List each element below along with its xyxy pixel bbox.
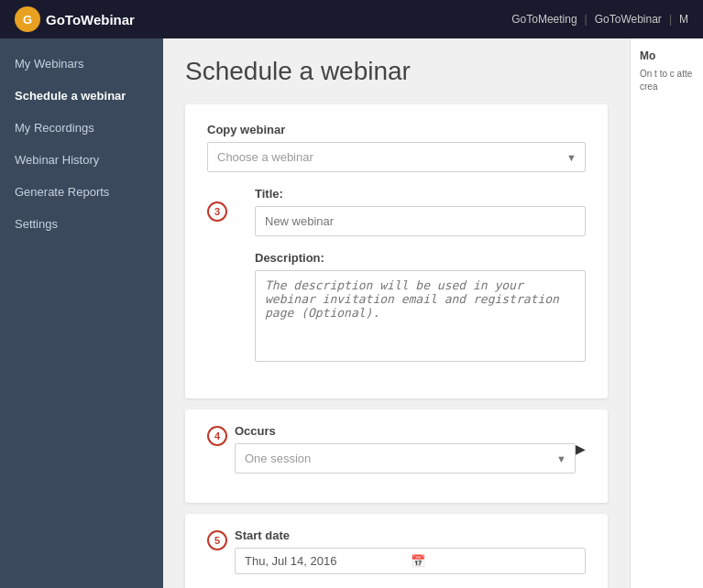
title-section: 3 Title: <box>255 187 586 236</box>
right-panel-text: On t to c atte crea <box>640 68 694 93</box>
nav-gotomeeting[interactable]: GoToMeeting <box>511 13 577 26</box>
badge-3: 3 <box>207 201 227 222</box>
logo-icon: G <box>15 6 40 32</box>
logo-goto: GoTo <box>46 12 81 27</box>
copy-webinar-label: Copy webinar <box>207 123 586 136</box>
page-title: Schedule a webinar <box>185 57 608 86</box>
sidebar-label-my-recordings: My Recordings <box>15 121 94 135</box>
title-input[interactable] <box>255 206 586 236</box>
occurs-select-wrapper: One session Recurring sessions ▼ <box>235 443 576 474</box>
sidebar-label-settings: Settings <box>15 217 58 231</box>
sidebar-label-schedule-webinar: Schedule a webinar <box>15 89 126 103</box>
sidebar-item-my-recordings[interactable]: My Recordings <box>0 112 163 144</box>
sidebar: My Webinars Schedule a webinar My Record… <box>0 38 163 588</box>
sidebar-item-generate-reports[interactable]: Generate Reports <box>0 176 163 208</box>
start-date-section-row: 5 Start date Thu, Jul 14, 2016 📅 <box>207 528 586 574</box>
start-date-card: 5 Start date Thu, Jul 14, 2016 📅 <box>185 514 608 588</box>
content-area: Schedule a webinar Copy webinar Choose a… <box>163 38 630 588</box>
title-label: Title: <box>255 187 586 201</box>
top-nav: GoToMeeting | GoToWebinar | M <box>511 13 688 26</box>
copy-webinar-select-wrapper: Choose a webinar ▼ <box>207 142 586 172</box>
copy-webinar-card: Copy webinar Choose a webinar ▼ 3 Title:… <box>185 104 608 398</box>
occurs-card: 4 Occurs One session Recurring sessions … <box>185 409 608 503</box>
description-label: Description: <box>255 251 586 265</box>
sidebar-label-webinar-history: Webinar History <box>15 153 99 167</box>
right-panel-title: Mo <box>640 49 694 62</box>
occurs-content: Occurs One session Recurring sessions ▼ <box>235 424 576 474</box>
copy-webinar-select[interactable]: Choose a webinar <box>207 142 586 172</box>
sidebar-label-my-webinars: My Webinars <box>15 57 84 71</box>
logo-text: GoToWebinar <box>46 12 135 27</box>
nav-gotowebinar[interactable]: GoToWebinar <box>595 13 662 26</box>
start-date-label: Start date <box>235 528 586 542</box>
occurs-label: Occurs <box>235 424 576 438</box>
main-layout: My Webinars Schedule a webinar My Record… <box>0 38 703 588</box>
sidebar-item-schedule-webinar[interactable]: Schedule a webinar <box>0 80 163 112</box>
cursor-indicator: ▶ <box>576 441 586 456</box>
sidebar-item-webinar-history[interactable]: Webinar History <box>0 144 163 176</box>
description-textarea[interactable] <box>255 270 586 362</box>
sidebar-item-my-webinars[interactable]: My Webinars <box>0 48 163 80</box>
description-section: Description: <box>255 251 586 365</box>
logo: G GoToWebinar <box>15 6 135 32</box>
logo-webinar: Webinar <box>81 12 135 27</box>
sidebar-item-settings[interactable]: Settings <box>0 208 163 240</box>
right-panel: Mo On t to c atte crea <box>630 38 703 588</box>
badge-5: 5 <box>207 530 227 550</box>
date-value: Thu, Jul 14, 2016 <box>245 554 411 568</box>
start-date-content: Start date Thu, Jul 14, 2016 📅 <box>235 528 586 574</box>
calendar-icon[interactable]: 📅 <box>411 554 577 568</box>
nav-user[interactable]: M <box>679 13 688 26</box>
sidebar-label-generate-reports: Generate Reports <box>15 185 109 199</box>
date-input-wrapper: Thu, Jul 14, 2016 📅 <box>235 548 586 574</box>
occurs-select[interactable]: One session Recurring sessions <box>235 443 576 474</box>
copy-webinar-section: Copy webinar Choose a webinar ▼ <box>207 123 586 172</box>
nav-sep1: | <box>585 13 588 26</box>
top-header: G GoToWebinar GoToMeeting | GoToWebinar … <box>0 0 703 38</box>
nav-sep2: | <box>669 13 672 26</box>
occurs-section-row: 4 Occurs One session Recurring sessions … <box>207 424 586 474</box>
badge-4: 4 <box>207 426 227 446</box>
